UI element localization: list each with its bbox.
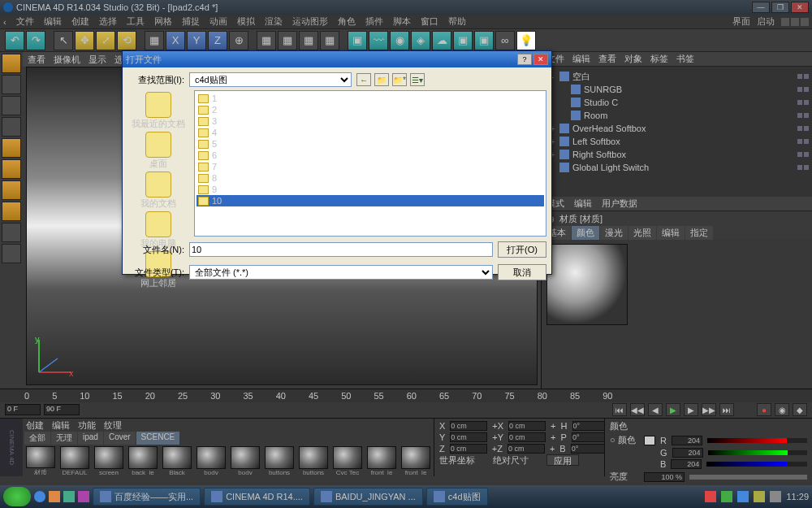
tree-item[interactable]: +OverHead Softbox <box>545 122 809 135</box>
point-mode-button[interactable] <box>2 138 21 158</box>
menu-help[interactable]: 帮助 <box>448 15 466 28</box>
quicklaunch-ie-icon[interactable] <box>34 491 45 502</box>
taskbar-item[interactable]: BAIDU_JINGYAN ... <box>313 488 423 506</box>
filename-input[interactable] <box>189 242 493 257</box>
mat-tab-color[interactable]: 颜色 <box>572 226 599 240</box>
material-thumb[interactable]: front_le <box>400 446 432 475</box>
coord-p[interactable] <box>572 432 609 442</box>
file-item[interactable]: 4 <box>197 127 544 138</box>
next-key-button[interactable]: ▶▶ <box>702 403 716 416</box>
cancel-button[interactable]: 取消 <box>498 264 546 280</box>
tray-icon[interactable] <box>705 491 716 502</box>
axis-x-button[interactable]: X <box>166 31 185 50</box>
matmgr-tab-create[interactable]: 创建 <box>26 419 44 432</box>
snap-settings-button[interactable] <box>2 244 21 263</box>
material-preview[interactable] <box>546 244 628 325</box>
matmgr-tab-function[interactable]: 功能 <box>78 419 96 432</box>
r-slider[interactable] <box>707 438 807 443</box>
menu-render[interactable]: 渲染 <box>265 15 283 28</box>
menu-script[interactable]: 脚本 <box>393 15 411 28</box>
obj-tab-edit[interactable]: 编辑 <box>572 53 590 65</box>
menu-animate[interactable]: 动画 <box>209 15 227 28</box>
b-field[interactable] <box>671 459 702 469</box>
obj-tab-objects[interactable]: 对象 <box>624 53 642 65</box>
goto-end-button[interactable]: ⏭ <box>719 403 734 416</box>
taskbar-item[interactable]: CINEMA 4D R14.... <box>204 488 310 506</box>
model-mode-button[interactable] <box>2 75 21 94</box>
axis-y-button[interactable]: Y <box>187 31 206 50</box>
axis-z-button[interactable]: Z <box>208 31 227 50</box>
taskbar-item[interactable]: 百度经验——实用... <box>93 488 201 506</box>
brightness-slider[interactable] <box>689 475 807 480</box>
obj-tab-view[interactable]: 查看 <box>598 53 616 65</box>
matmgr-tab-edit[interactable]: 编辑 <box>52 419 70 432</box>
tray-icon[interactable] <box>721 491 732 502</box>
b-slider[interactable] <box>706 462 807 467</box>
texture-mode-button[interactable] <box>2 96 21 115</box>
quicklaunch-icon[interactable] <box>63 491 75 502</box>
brightness-field[interactable] <box>644 472 685 482</box>
snap-toggle-button[interactable] <box>2 223 21 242</box>
layout-value[interactable]: 启动 <box>757 15 775 28</box>
g-slider[interactable] <box>708 450 807 455</box>
r-field[interactable] <box>672 436 702 445</box>
g-field[interactable] <box>672 448 703 458</box>
coord-system-button[interactable]: ⊕ <box>229 31 248 50</box>
misc-button[interactable]: ∞ <box>495 31 515 50</box>
scale-tool[interactable]: ⤢ <box>96 31 115 50</box>
bulb-icon[interactable]: 💡 <box>516 31 536 50</box>
material-thumb[interactable]: DEFAUL <box>58 446 91 475</box>
file-item[interactable]: 5 <box>197 138 544 150</box>
axis-mode-button[interactable] <box>2 202 21 221</box>
tree-item[interactable]: Studio C <box>545 96 809 109</box>
material-folder-tab[interactable]: SCENCE <box>136 432 180 445</box>
material-thumb[interactable]: buttons <box>263 446 296 475</box>
vp-menu-view[interactable]: 查看 <box>28 54 45 66</box>
open-button[interactable]: 打开(O) <box>498 241 546 258</box>
object-manager[interactable]: -空白SUNRGBStudio CRoom+OverHead Softbox+L… <box>542 67 812 197</box>
menu-mograph[interactable]: 运动图形 <box>292 15 328 28</box>
coord-z-size[interactable] <box>508 444 545 454</box>
light-button[interactable]: ▣ <box>474 31 494 50</box>
nav-up-button[interactable]: 📁 <box>374 73 389 86</box>
tree-item[interactable]: +Right Softbox <box>545 148 809 161</box>
menu-simulate[interactable]: 模拟 <box>237 15 255 28</box>
quicklaunch-icon[interactable] <box>49 491 60 502</box>
tree-item[interactable]: Room <box>545 109 809 122</box>
autokey-button[interactable]: ◉ <box>775 403 789 416</box>
workplane-button[interactable] <box>2 117 21 137</box>
prev-frame-button[interactable]: ◀ <box>648 403 663 416</box>
material-folder-tab[interactable]: Cover <box>104 432 136 445</box>
render-settings-button[interactable]: ▦ <box>299 31 318 50</box>
coord-b[interactable] <box>571 444 608 454</box>
material-thumb[interactable]: back_le <box>127 446 159 475</box>
mat-tab-assign[interactable]: 指定 <box>685 226 713 240</box>
keyframe-button[interactable]: ◆ <box>793 403 807 416</box>
layout-icon[interactable] <box>801 18 809 26</box>
file-item[interactable]: 2 <box>197 104 544 115</box>
matmgr-tab-texture[interactable]: 纹理 <box>104 419 122 432</box>
picture-viewer-button[interactable]: ▦ <box>320 31 339 50</box>
spline-button[interactable]: 〰 <box>369 31 388 50</box>
next-frame-button[interactable]: ▶ <box>684 403 698 416</box>
timeline-end-field[interactable]: 90 F <box>44 404 80 415</box>
obj-tab-bookmarks[interactable]: 书签 <box>676 53 694 65</box>
restore-button[interactable]: ❐ <box>771 2 789 13</box>
coord-z-pos[interactable] <box>450 444 487 454</box>
generator-button[interactable]: ◉ <box>390 31 409 50</box>
mat-tab-luminance[interactable]: 光照 <box>628 226 656 240</box>
tree-item[interactable]: SUNRGB <box>545 83 809 96</box>
lookin-dropdown[interactable]: c4d贴图 <box>189 72 352 87</box>
layout-icon[interactable] <box>791 18 799 26</box>
vp-menu-camera[interactable]: 摄像机 <box>54 54 80 66</box>
camera-button[interactable]: ▣ <box>453 31 473 50</box>
render-view-button[interactable]: ▦ <box>257 31 276 50</box>
coord-apply-button[interactable]: 应用 <box>546 454 579 466</box>
menu-select[interactable]: 选择 <box>99 15 117 28</box>
menu-mesh[interactable]: 网格 <box>154 15 172 28</box>
material-thumb[interactable]: body <box>229 446 261 475</box>
quicklaunch-icon[interactable] <box>78 491 89 502</box>
undo-button[interactable]: ↶ <box>5 31 24 50</box>
nav-view-button[interactable]: ☰▾ <box>410 73 425 86</box>
layout-icon[interactable] <box>781 18 789 26</box>
